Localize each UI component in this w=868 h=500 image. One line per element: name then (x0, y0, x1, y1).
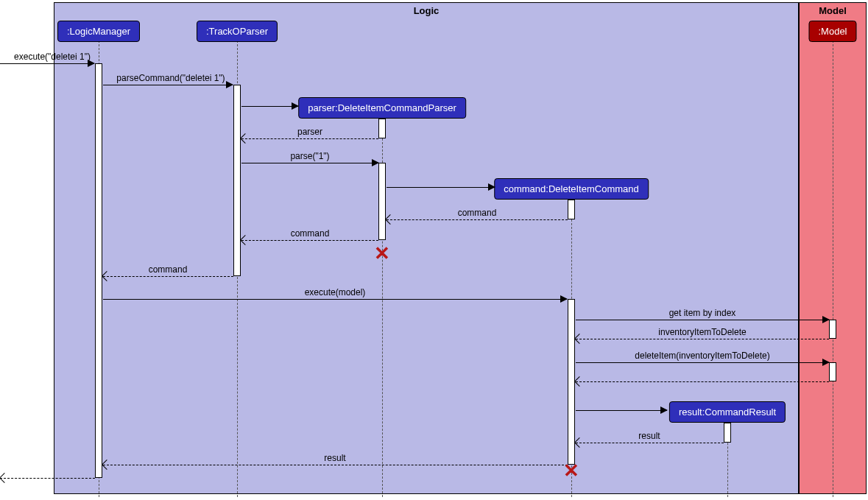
arrow-m8 (560, 295, 568, 303)
arrow-return-external (0, 473, 10, 483)
msg-return-external (0, 478, 95, 479)
lifeline-model (833, 41, 833, 497)
msg-get-item (576, 320, 829, 320)
msg-create-result (576, 410, 667, 411)
sequence-diagram: Logic Model :LogicManager :TrackOParser … (0, 0, 868, 500)
msg-delete-item (576, 362, 829, 363)
msg-return-parser (241, 138, 378, 139)
activation-trackoparser (233, 85, 241, 276)
msg-create-command (387, 187, 495, 188)
destroy-parser-icon: ✕ (374, 242, 390, 265)
participant-model: :Model (808, 21, 856, 42)
arrow-m2 (226, 81, 233, 88)
msg-create-parser (241, 106, 298, 107)
arrow-create-parser (292, 102, 299, 110)
activation-model-delete (829, 362, 836, 381)
msg-return-result1 (576, 443, 724, 443)
participant-trackoparser: :TrackOParser (197, 21, 278, 42)
label-m4: parse("1") (290, 151, 329, 161)
activation-parser-parse (378, 163, 386, 240)
msg-execute-deletei (0, 63, 94, 64)
participant-commandresult: result:CommandResult (669, 401, 786, 423)
arrow-m9 (822, 316, 830, 323)
activation-logicmanager (95, 63, 102, 478)
label-m12: result (638, 431, 660, 441)
msg-return-command3 (103, 276, 233, 277)
msg-return-command1 (387, 219, 568, 220)
label-m13: result (324, 453, 345, 463)
msg-return-delete (576, 381, 829, 382)
destroy-command-icon: ✕ (563, 459, 579, 482)
label-m8: execute(model) (305, 287, 366, 297)
arrow-m11 (822, 359, 830, 366)
label-m10: inventoryItemToDelete (658, 327, 746, 337)
msg-parsecommand (103, 85, 233, 85)
msg-return-result2 (103, 465, 568, 465)
activation-result-ctor (724, 423, 731, 443)
activation-model-get (829, 320, 836, 339)
msg-execute-model (103, 299, 567, 300)
label-m1: execute("deletei 1") (14, 52, 91, 62)
arrow-create-result (660, 406, 668, 414)
frame-logic-title: Logic (54, 5, 798, 16)
arrow-create-command (488, 183, 495, 191)
label-m5: command (458, 208, 497, 218)
label-m3: parser (297, 127, 322, 137)
frame-model-title: Model (800, 5, 866, 16)
label-m7: command (149, 264, 188, 275)
msg-parse (241, 163, 378, 163)
label-m9: get item by index (669, 308, 736, 318)
arrow-m4 (372, 159, 379, 166)
participant-deleteitemcommandparser: parser:DeleteItemCommandParser (298, 97, 466, 119)
label-m11: deleteItem(inventoryItemToDelete) (635, 351, 769, 361)
msg-return-item (576, 339, 829, 339)
activation-command-ctor (568, 200, 575, 219)
participant-deleteitemcommand: command:DeleteItemCommand (494, 178, 649, 200)
activation-parser-ctor (378, 119, 386, 138)
msg-return-command2 (241, 240, 378, 241)
label-m6: command (291, 228, 330, 239)
label-m2: parseCommand("deletei 1") (116, 73, 225, 83)
participant-logicmanager: :LogicManager (57, 21, 140, 42)
